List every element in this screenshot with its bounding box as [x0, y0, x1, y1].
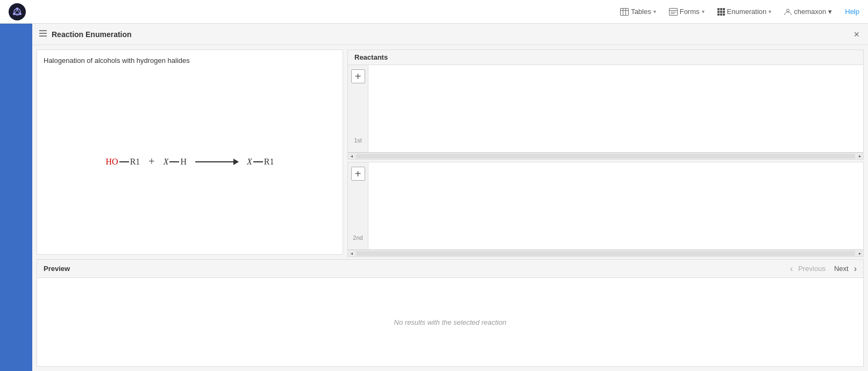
forms-icon — [669, 8, 678, 16]
reaction-formula: HO R1 + X H — [106, 155, 274, 168]
second-reactant-label: 2nd — [353, 234, 362, 241]
enumeration-icon — [717, 8, 725, 16]
second-reactant-block: + 2nd ◂ ▸ — [347, 162, 864, 257]
h-text: H — [180, 157, 187, 167]
second-scroll-left-icon[interactable]: ◂ — [348, 250, 355, 257]
second-reactant-molecule-area — [368, 162, 863, 249]
preview-content: No results with the selected reaction — [37, 278, 863, 366]
enumeration-label: Enumeration — [727, 8, 767, 16]
panel-menu-icon[interactable] — [39, 30, 47, 39]
ho-text: HO — [106, 157, 118, 167]
no-results-message: No results with the selected reaction — [394, 318, 507, 326]
first-scroll-track — [356, 154, 855, 159]
reaction-title: Halogenation of alcohols with hydrogen h… — [41, 54, 338, 67]
reaction-panel: Halogenation of alcohols with hydrogen h… — [37, 49, 343, 255]
svg-point-2 — [13, 13, 15, 15]
svg-point-1 — [16, 8, 18, 10]
first-scroll-right-icon[interactable]: ▸ — [856, 153, 863, 160]
product-r1-text: R1 — [264, 157, 274, 167]
svg-point-15 — [787, 9, 789, 12]
content-area: Halogenation of alcohols with hydrogen h… — [32, 45, 868, 371]
svg-line-5 — [17, 10, 20, 13]
sidebar — [0, 24, 32, 371]
second-reactant-inner: + 2nd — [348, 162, 863, 249]
forms-chevron: ▾ — [702, 9, 705, 15]
reactants-panel: Reactants + 1st — [347, 49, 864, 257]
second-reactant-add-col: + 2nd — [348, 162, 368, 249]
first-reactant-inner: + 1st — [348, 65, 863, 152]
user-menu[interactable]: chemaxon ▾ — [784, 8, 832, 16]
reactant-1-formula: HO R1 — [106, 157, 140, 167]
reactant-2-formula: X H — [163, 157, 187, 167]
help-label: Help — [845, 8, 859, 16]
reaction-diagram: HO R1 + X H — [41, 73, 338, 250]
first-reactant-molecule-area — [368, 65, 863, 152]
first-reactant-add-col: + 1st — [348, 65, 368, 152]
close-button[interactable]: × — [851, 27, 862, 41]
panel-title: Reaction Enumeration — [52, 30, 132, 39]
previous-button[interactable]: Previous — [795, 263, 829, 274]
enumeration-chevron: ▾ — [769, 9, 771, 15]
previous-chevron-icon[interactable]: ‹ — [790, 264, 793, 274]
preview-section: Preview ‹ Previous Next › No results wit… — [37, 259, 864, 367]
tables-icon — [620, 8, 629, 16]
product-formula: X R1 — [247, 157, 274, 167]
first-reactant-label: 1st — [354, 137, 362, 144]
user-label: chemaxon — [794, 8, 826, 16]
tables-label: Tables — [631, 8, 651, 16]
next-button[interactable]: Next — [831, 263, 852, 274]
navbar-right: Tables ▾ Forms ▾ Enumeration ▾ — [620, 8, 859, 16]
top-row: Halogenation of alcohols with hydrogen h… — [32, 45, 868, 259]
second-reactant-scrollbar[interactable]: ◂ ▸ — [348, 249, 863, 256]
forms-menu[interactable]: Forms ▾ — [669, 8, 705, 16]
svg-rect-7 — [621, 8, 629, 15]
second-scroll-track — [356, 251, 855, 256]
panel-header-left: Reaction Enumeration — [39, 30, 132, 39]
tables-chevron: ▾ — [653, 9, 656, 15]
panel-header: Reaction Enumeration × — [32, 24, 868, 45]
first-scroll-left-icon[interactable]: ◂ — [348, 153, 355, 160]
next-chevron-icon[interactable]: › — [854, 264, 857, 274]
forms-label: Forms — [680, 8, 700, 16]
main-content: Reaction Enumeration × Halogenation of a… — [32, 24, 868, 371]
tables-menu[interactable]: Tables ▾ — [620, 8, 656, 16]
bond-1 — [119, 161, 129, 162]
r1-text: R1 — [130, 157, 140, 167]
first-reactant-add-button[interactable]: + — [351, 69, 365, 83]
app-logo[interactable] — [9, 3, 26, 20]
svg-line-4 — [15, 10, 18, 13]
plus-sign: + — [148, 155, 154, 168]
app-body: Reaction Enumeration × Halogenation of a… — [0, 24, 868, 371]
first-reactant-block: + 1st ◂ ▸ — [347, 65, 864, 160]
navbar: Tables ▾ Forms ▾ Enumeration ▾ — [0, 0, 868, 24]
reaction-arrow — [195, 161, 238, 162]
bond-3 — [253, 161, 263, 162]
bond-2 — [169, 161, 179, 162]
first-reactant-scrollbar[interactable]: ◂ ▸ — [348, 152, 863, 159]
user-chevron: ▾ — [828, 8, 832, 16]
user-icon — [784, 8, 792, 16]
reactants-title: Reactants — [354, 53, 388, 61]
product-x-text: X — [247, 157, 252, 167]
navbar-left — [9, 3, 26, 20]
second-reactant-add-button[interactable]: + — [351, 167, 365, 181]
preview-title: Preview — [44, 265, 70, 273]
preview-header: Preview ‹ Previous Next › — [37, 260, 863, 278]
reactants-header: Reactants — [347, 49, 864, 65]
x-text: X — [163, 157, 169, 167]
enumeration-menu[interactable]: Enumeration ▾ — [717, 8, 772, 16]
second-scroll-right-icon[interactable]: ▸ — [856, 250, 863, 257]
svg-point-3 — [19, 13, 22, 15]
help-link[interactable]: Help — [845, 8, 859, 16]
preview-navigation: ‹ Previous Next › — [790, 263, 857, 274]
